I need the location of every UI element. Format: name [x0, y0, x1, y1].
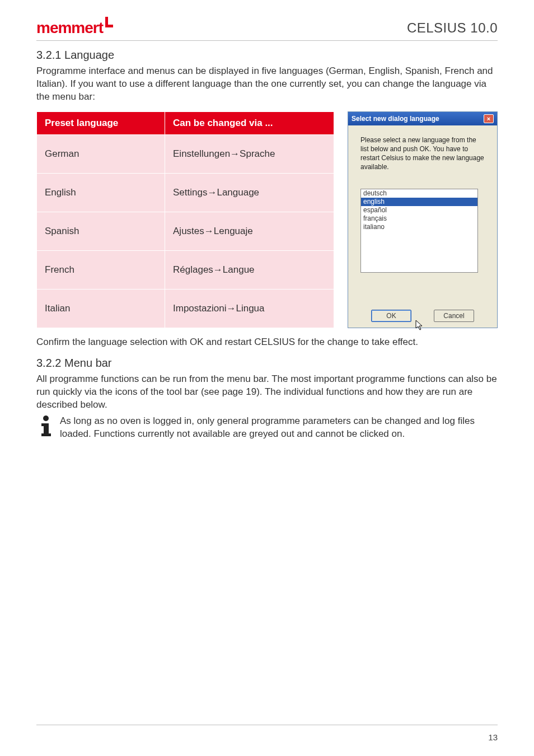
table-cell-lang: English [37, 173, 165, 212]
logo-mark-icon [104, 17, 113, 30]
list-item[interactable]: español [361, 206, 477, 214]
table-cell-path: Impostazioni→Lingua [165, 289, 334, 328]
list-item[interactable]: français [361, 214, 477, 223]
table-header-preset: Preset language [37, 111, 165, 134]
svg-point-0 [43, 416, 49, 421]
table-row: SpanishAjustes→Lenguaje [37, 212, 334, 250]
close-icon[interactable]: × [484, 114, 494, 123]
section-intro-language: Programme interface and menus can be dis… [36, 65, 498, 104]
table-cell-path: Settings→Language [165, 173, 334, 212]
table-row: GermanEinstellungen→Sprache [37, 134, 334, 173]
table-cell-lang: German [37, 134, 165, 173]
table-header-changed: Can be changed via ... [165, 111, 334, 134]
table-cell-path: Réglages→Langue [165, 250, 334, 289]
table-row: ItalianImpostazioni→Lingua [37, 289, 334, 328]
logo-text: memmert [36, 20, 103, 36]
language-dialog: Select new dialog language × Please sele… [348, 111, 498, 328]
list-item[interactable]: deutsch [361, 189, 477, 198]
table-row: FrenchRéglages→Langue [37, 250, 334, 289]
list-item[interactable]: italiano [361, 223, 477, 231]
table-cell-lang: Spanish [37, 212, 165, 250]
list-item[interactable]: english [361, 198, 477, 206]
table-cell-path: Ajustes→Lenguaje [165, 212, 334, 250]
cancel-button[interactable]: Cancel [434, 310, 474, 322]
language-table: Preset language Can be changed via ... G… [36, 111, 334, 328]
table-cell-lang: Italian [37, 289, 165, 328]
table-cell-path: Einstellungen→Sprache [165, 134, 334, 173]
info-icon [36, 415, 55, 441]
section-heading-language: 3.2.1 Language [36, 49, 498, 62]
dialog-titlebar: Select new dialog language × [348, 112, 497, 125]
page-number: 13 [488, 732, 498, 742]
dialog-title-text: Select new dialog language [352, 115, 439, 123]
dialog-instruction: Please select a new language from the li… [360, 136, 485, 172]
section-body-menubar: All programme functions can be run from … [36, 373, 498, 412]
document-title: CELSIUS 10.0 [407, 20, 498, 36]
section-heading-menubar: 3.2.2 Menu bar [36, 357, 498, 370]
header-divider [36, 40, 498, 41]
section-confirm-text: Confirm the language selection with OK a… [36, 336, 498, 349]
footer-divider [36, 725, 498, 725]
cursor-icon [415, 320, 424, 334]
table-cell-lang: French [37, 250, 165, 289]
table-row: EnglishSettings→Language [37, 173, 334, 212]
language-list[interactable]: deutsch english español français italian… [360, 189, 478, 273]
logo: memmert [36, 17, 113, 36]
info-note-text: As long as no oven is logged in, only ge… [60, 415, 498, 441]
ok-button[interactable]: OK [371, 310, 411, 322]
